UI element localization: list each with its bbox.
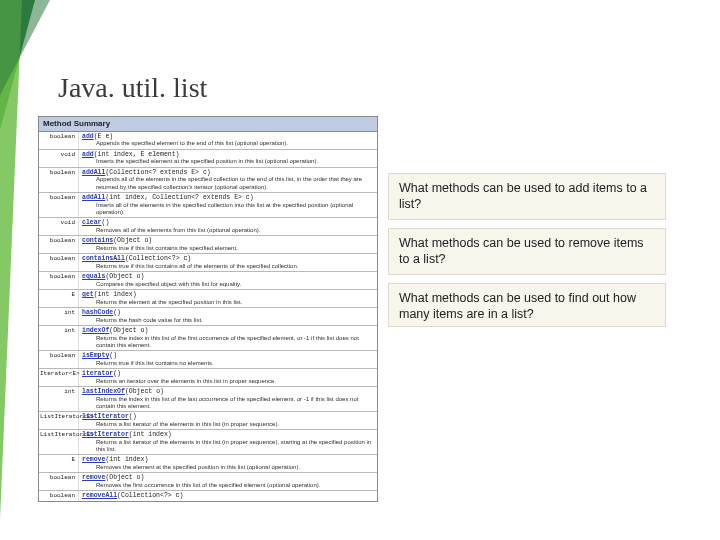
method-link[interactable]: isEmpty [82, 352, 109, 359]
return-type: ListIterator<E> [39, 430, 79, 454]
method-row: ListIterator<E>listIterator()Returns a l… [39, 412, 377, 430]
method-description: Returns the element at the specified pos… [82, 299, 374, 306]
method-link[interactable]: equals [82, 273, 105, 280]
return-type: boolean [39, 491, 79, 501]
method-row: booleanequals(Object o)Compares the spec… [39, 272, 377, 290]
method-row: booleanadd(E e)Appends the specified ele… [39, 132, 377, 150]
return-type: boolean [39, 193, 79, 217]
method-description: Returns true if this list contains all o… [82, 263, 374, 270]
return-type: boolean [39, 168, 79, 192]
method-signature: equals(Object o) [82, 273, 374, 281]
svg-marker-0 [0, 0, 35, 130]
method-link[interactable]: listIterator [82, 431, 129, 438]
method-signature: get(int index) [82, 291, 374, 299]
method-signature: contains(Object o) [82, 237, 374, 245]
method-link[interactable]: listIterator [82, 413, 129, 420]
method-link[interactable]: containsAll [82, 255, 125, 262]
method-description: Returns a list iterator of the elements … [82, 421, 374, 428]
return-type: boolean [39, 272, 79, 289]
method-link[interactable]: contains [82, 237, 113, 244]
return-type: int [39, 387, 79, 411]
method-description: Returns the hash code value for this lis… [82, 317, 374, 324]
method-link[interactable]: get [82, 291, 94, 298]
method-description: Returns the index in this list of the fi… [82, 335, 374, 349]
question-remove: What methods can be used to remove items… [388, 228, 666, 275]
method-link[interactable]: add [82, 151, 94, 158]
method-signature: listIterator(int index) [82, 431, 374, 439]
method-signature: lastIndexOf(Object o) [82, 388, 374, 396]
method-link[interactable]: indexOf [82, 327, 109, 334]
method-link[interactable]: remove [82, 456, 105, 463]
method-row: Iterator<E>iterator()Returns an iterator… [39, 369, 377, 387]
method-signature: containsAll(Collection<?> c) [82, 255, 374, 263]
return-type: boolean [39, 473, 79, 490]
method-row: booleanaddAll(Collection<? extends E> c)… [39, 168, 377, 193]
return-type: int [39, 326, 79, 350]
method-row: booleanaddAll(int index, Collection<? ex… [39, 193, 377, 218]
method-description: Appends all of the elements in the speci… [82, 176, 374, 190]
return-type: Iterator<E> [39, 369, 79, 386]
method-row: booleancontains(Object o)Returns true if… [39, 236, 377, 254]
question-count: What methods can be used to find out how… [388, 283, 666, 327]
method-summary-header: Method Summary [39, 117, 377, 132]
method-signature: isEmpty() [82, 352, 374, 360]
method-description: Returns a list iterator of the elements … [82, 439, 374, 453]
method-row: Eremove(int index)Removes the element at… [39, 455, 377, 473]
method-signature: addAll(Collection<? extends E> c) [82, 169, 374, 177]
method-row: booleanremove(Object o)Removes the first… [39, 473, 377, 491]
return-type: void [39, 218, 79, 235]
return-type: boolean [39, 132, 79, 149]
method-description: Inserts the specified element at the spe… [82, 158, 374, 165]
method-signature: indexOf(Object o) [82, 327, 374, 335]
method-link[interactable]: addAll [82, 194, 105, 201]
method-signature: iterator() [82, 370, 374, 378]
return-type: boolean [39, 236, 79, 253]
method-signature: remove(Object o) [82, 474, 374, 482]
method-link[interactable]: iterator [82, 370, 113, 377]
method-row: intlastIndexOf(Object o)Returns the inde… [39, 387, 377, 412]
method-description: Compares the specified object with this … [82, 281, 374, 288]
method-row: inthashCode()Returns the hash code value… [39, 308, 377, 326]
method-description: Returns an iterator over the elements in… [82, 378, 374, 385]
return-type: boolean [39, 351, 79, 368]
method-description: Returns the index in this list of the la… [82, 396, 374, 410]
method-signature: addAll(int index, Collection<? extends E… [82, 194, 374, 202]
method-row: voidclear()Removes all of the elements f… [39, 218, 377, 236]
method-description: Returns true if this list contains the s… [82, 245, 374, 252]
method-description: Returns true if this list contains no el… [82, 360, 374, 367]
question-add: What methods can be used to add items to… [388, 173, 666, 220]
method-link[interactable]: addAll [82, 169, 105, 176]
method-signature: listIterator() [82, 413, 374, 421]
method-row: voidadd(int index, E element)Inserts the… [39, 150, 377, 168]
method-description: Removes the first occurrence in this lis… [82, 482, 374, 489]
method-row: booleanisEmpty()Returns true if this lis… [39, 351, 377, 369]
method-description: Removes all of the elements from this li… [82, 227, 374, 234]
method-row: ListIterator<E>listIterator(int index)Re… [39, 430, 377, 455]
method-description: Inserts all of the elements in the speci… [82, 202, 374, 216]
method-description: Appends the specified element to the end… [82, 140, 374, 147]
method-link[interactable]: remove [82, 474, 105, 481]
method-link[interactable]: lastIndexOf [82, 388, 125, 395]
return-type: int [39, 308, 79, 325]
method-link[interactable]: removeAll [82, 492, 117, 499]
method-signature: hashCode() [82, 309, 374, 317]
return-type: void [39, 150, 79, 167]
method-link[interactable]: hashCode [82, 309, 113, 316]
method-signature: add(int index, E element) [82, 151, 374, 159]
return-type: ListIterator<E> [39, 412, 79, 429]
method-signature: removeAll(Collection<?> c) [82, 492, 374, 500]
return-type: E [39, 455, 79, 472]
method-link[interactable]: add [82, 133, 94, 140]
method-signature: clear() [82, 219, 374, 227]
return-type: E [39, 290, 79, 307]
method-row: Eget(int index)Returns the element at th… [39, 290, 377, 308]
method-signature: add(E e) [82, 133, 374, 141]
method-signature: remove(int index) [82, 456, 374, 464]
method-row: booleancontainsAll(Collection<?> c)Retur… [39, 254, 377, 272]
method-row: booleanremoveAll(Collection<?> c) [39, 491, 377, 501]
svg-marker-1 [0, 0, 22, 520]
method-row: intindexOf(Object o)Returns the index in… [39, 326, 377, 351]
return-type: boolean [39, 254, 79, 271]
method-link[interactable]: clear [82, 219, 102, 226]
method-summary-table: Method Summary booleanadd(E e)Appends th… [38, 116, 378, 502]
